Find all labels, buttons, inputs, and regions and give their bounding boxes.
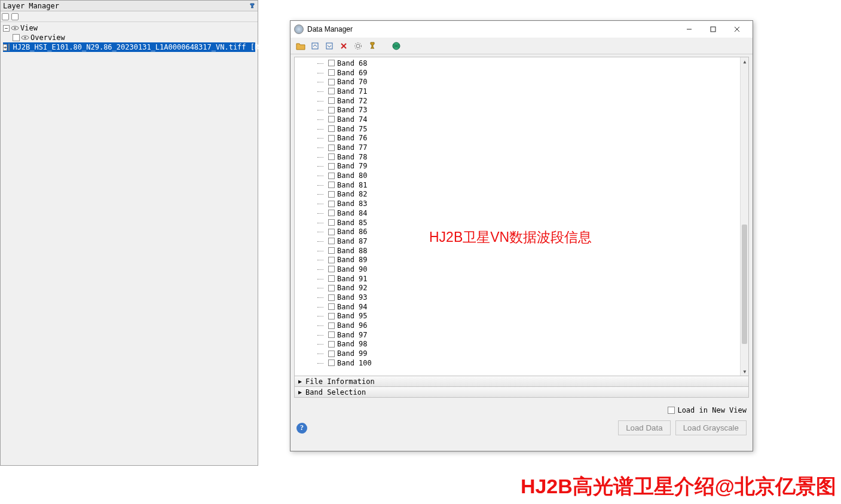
band-checkbox[interactable] (328, 257, 335, 263)
pin-icon[interactable] (367, 41, 378, 51)
band-checkbox[interactable] (328, 294, 335, 301)
band-row[interactable]: Band 80 (295, 171, 740, 180)
band-checkbox[interactable] (328, 145, 335, 151)
band-row[interactable]: Band 69 (295, 68, 740, 78)
band-checkbox[interactable] (328, 219, 335, 226)
band-checkbox[interactable] (328, 238, 335, 244)
tree-row-file[interactable]: + HJ2B_HSI_E101.80_N29.86_20230131_L1A00… (3, 42, 255, 52)
band-checkbox[interactable] (328, 97, 335, 104)
eye-icon[interactable] (11, 25, 19, 31)
band-row[interactable]: Band 74 (295, 115, 740, 124)
band-tree[interactable]: Band 68Band 69Band 70Band 71Band 72Band … (295, 57, 740, 376)
data-manager-title: Data Manager (307, 25, 353, 33)
band-row[interactable]: Band 96 (295, 321, 740, 330)
band-checkbox[interactable] (328, 191, 335, 198)
band-row[interactable]: Band 100 (295, 358, 740, 368)
band-label: Band 91 (337, 275, 368, 283)
band-checkbox[interactable] (328, 135, 335, 142)
band-checkbox[interactable] (328, 116, 335, 122)
band-checkbox[interactable] (328, 79, 335, 85)
band-checkbox[interactable] (328, 341, 335, 348)
band-row[interactable]: Band 73 (295, 105, 740, 115)
band-row[interactable]: Band 82 (295, 190, 740, 199)
band-row[interactable]: Band 83 (295, 199, 740, 208)
file-information-header[interactable]: ▶ File Information (294, 376, 749, 387)
band-row[interactable]: Band 84 (295, 208, 740, 218)
band-row[interactable]: Band 71 (295, 87, 740, 96)
band-row[interactable]: Band 97 (295, 330, 740, 340)
data-manager-titlebar[interactable]: Data Manager (290, 21, 753, 38)
band-row[interactable]: Band 91 (295, 274, 740, 284)
band-checkbox[interactable] (328, 182, 335, 188)
globe-icon[interactable] (391, 41, 402, 51)
checkbox[interactable] (8, 44, 10, 51)
band-row[interactable]: Band 81 (295, 180, 740, 190)
band-checkbox[interactable] (328, 163, 335, 170)
open-file-icon[interactable] (295, 41, 306, 51)
band-checkbox[interactable] (328, 247, 335, 254)
expand-icon[interactable] (310, 41, 320, 51)
band-checkbox[interactable] (328, 359, 335, 366)
gear-icon[interactable] (353, 41, 363, 51)
band-row[interactable]: Band 76 (295, 134, 740, 143)
band-row[interactable]: Band 99 (295, 349, 740, 358)
band-checkbox[interactable] (328, 88, 335, 94)
band-row[interactable]: Band 78 (295, 152, 740, 162)
close-button[interactable] (725, 22, 749, 36)
band-row[interactable]: Band 72 (295, 96, 740, 106)
band-row[interactable]: Band 77 (295, 143, 740, 152)
band-checkbox[interactable] (328, 266, 335, 272)
band-row[interactable]: Band 98 (295, 340, 740, 349)
band-row[interactable]: Band 92 (295, 284, 740, 293)
band-row[interactable]: Band 89 (295, 255, 740, 265)
band-checkbox[interactable] (328, 229, 335, 235)
toolbar-button[interactable] (11, 13, 19, 20)
band-checkbox[interactable] (328, 275, 335, 282)
band-label: Band 99 (337, 349, 368, 358)
band-row[interactable]: Band 88 (295, 246, 740, 256)
band-checkbox[interactable] (328, 313, 335, 319)
band-checkbox[interactable] (328, 331, 335, 338)
band-row[interactable]: Band 70 (295, 77, 740, 87)
band-checkbox[interactable] (328, 285, 335, 291)
maximize-button[interactable] (701, 22, 725, 36)
band-row[interactable]: Band 95 (295, 312, 740, 321)
scroll-down-icon[interactable]: ▼ (741, 367, 749, 376)
band-selection-header[interactable]: ▶ Band Selection (294, 387, 749, 398)
band-row[interactable]: Band 90 (295, 265, 740, 274)
band-checkbox[interactable] (328, 60, 335, 66)
band-checkbox[interactable] (328, 173, 335, 179)
delete-icon[interactable] (338, 41, 349, 51)
toolbar-button[interactable] (2, 13, 9, 20)
checkbox[interactable] (13, 34, 20, 41)
help-icon[interactable]: ? (296, 423, 307, 434)
expander-icon[interactable]: − (3, 25, 10, 32)
tree-row-overview[interactable]: Overview (3, 33, 255, 42)
band-row[interactable]: Band 79 (295, 162, 740, 171)
scroll-up-icon[interactable]: ▲ (741, 57, 749, 66)
pin-icon[interactable] (248, 2, 256, 10)
band-checkbox[interactable] (328, 322, 335, 329)
scrollbar[interactable]: ▲ ▼ (740, 57, 748, 376)
band-checkbox[interactable] (328, 153, 335, 160)
band-checkbox[interactable] (328, 201, 335, 207)
band-checkbox[interactable] (328, 107, 335, 113)
tree-row-view[interactable]: − View (3, 23, 255, 33)
band-row[interactable]: Band 68 (295, 59, 740, 68)
band-checkbox[interactable] (328, 210, 335, 216)
band-row[interactable]: Band 75 (295, 124, 740, 134)
band-row[interactable]: Band 85 (295, 218, 740, 228)
band-row[interactable]: Band 93 (295, 293, 740, 302)
band-row[interactable]: Band 94 (295, 302, 740, 312)
expander-icon[interactable]: + (3, 44, 7, 51)
load-in-new-view-checkbox[interactable] (668, 407, 675, 414)
load-data-button[interactable]: Load Data (618, 420, 671, 435)
band-checkbox[interactable] (328, 69, 335, 76)
load-grayscale-button[interactable]: Load Grayscale (675, 420, 747, 435)
band-checkbox[interactable] (328, 125, 335, 132)
minimize-button[interactable] (677, 22, 701, 36)
scroll-thumb[interactable] (742, 225, 747, 344)
band-checkbox[interactable] (328, 351, 335, 357)
collapse-icon[interactable] (324, 41, 335, 51)
band-checkbox[interactable] (328, 303, 335, 310)
